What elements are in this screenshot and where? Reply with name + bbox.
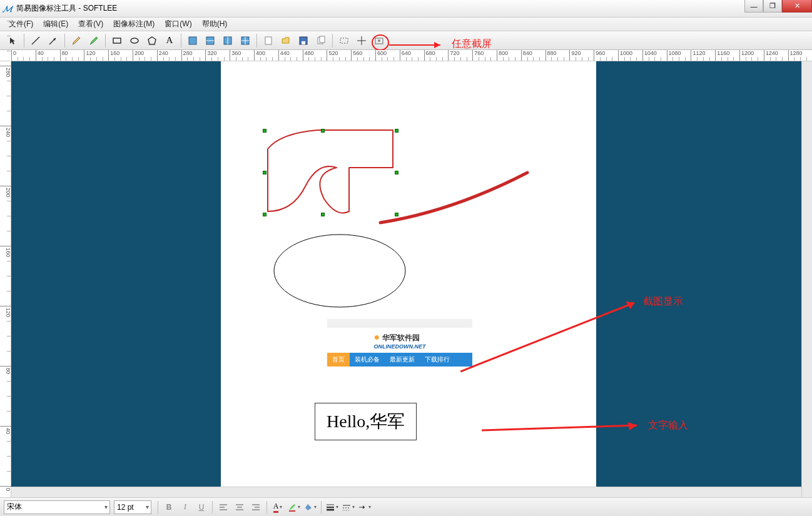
- close-button[interactable]: ✕: [782, 0, 812, 13]
- selection-handle[interactable]: [395, 129, 398, 133]
- menu-view[interactable]: 查看(V): [73, 18, 108, 31]
- screenshot-header: [327, 319, 472, 328]
- selection-handle[interactable]: [263, 129, 266, 133]
- svg-rect-17: [340, 38, 348, 43]
- annotation-label-screenshot: 截图显示: [643, 295, 683, 308]
- title-bar: 𝓜 简易图像标注工具 - SOFTLEE — ❐ ✕: [0, 0, 812, 18]
- vertical-scrollbar[interactable]: [801, 61, 812, 497]
- fill-color-button[interactable]: [303, 500, 318, 514]
- app-icon: 𝓜: [3, 4, 13, 14]
- align-center-button[interactable]: [232, 500, 247, 514]
- align-left-button[interactable]: [216, 500, 231, 514]
- menu-annotation[interactable]: 图像标注(M): [108, 18, 160, 31]
- horizontal-scrollbar[interactable]: [11, 487, 801, 497]
- arrow-style-button[interactable]: [357, 500, 372, 514]
- svg-point-23: [274, 235, 405, 307]
- svg-rect-4: [189, 37, 196, 44]
- font-name-combo[interactable]: 宋体: [4, 500, 110, 514]
- font-size-combo[interactable]: 12 pt: [114, 500, 151, 514]
- svg-rect-14: [302, 41, 305, 44]
- line-tool[interactable]: [28, 33, 44, 48]
- svg-rect-12: [265, 37, 272, 44]
- menu-help[interactable]: 帮助(H): [197, 18, 233, 31]
- annotation-circle: [372, 34, 389, 51]
- open-button[interactable]: [278, 33, 294, 48]
- selection-handle[interactable]: [321, 213, 325, 216]
- drawing-ellipse[interactable]: [271, 230, 409, 311]
- annotation-label-textinput: 文字输入: [648, 419, 688, 432]
- polygon-tool[interactable]: [144, 33, 160, 48]
- selection-handle[interactable]: [263, 213, 266, 216]
- menu-bar: 文件(F) 编辑(E) 查看(V) 图像标注(M) 窗口(W) 帮助(H): [0, 18, 812, 31]
- drawing-brushstroke[interactable]: [377, 168, 534, 230]
- annotation-label-capture: 任意截屏: [452, 38, 492, 51]
- highlighter-tool[interactable]: [86, 33, 102, 48]
- ellipse-tool[interactable]: [126, 33, 143, 48]
- ruler-vertical: 04080120160200240280: [0, 61, 11, 497]
- capture-free-tool[interactable]: [353, 33, 370, 48]
- stamp1-tool[interactable]: [185, 33, 201, 48]
- bold-button[interactable]: B: [161, 500, 176, 514]
- save-button[interactable]: [295, 33, 312, 48]
- maximize-button[interactable]: ❐: [763, 0, 782, 13]
- window-title: 简易图像标注工具 - SOFTLEE: [16, 3, 117, 14]
- ruler-horizontal: 0408012016020024028032036040044048052056…: [0, 50, 812, 61]
- pencil-tool[interactable]: [68, 33, 84, 48]
- text-tool[interactable]: A: [161, 33, 178, 48]
- screenshot-logo: ● 华军软件园 ONLINEDOWN.NET: [327, 328, 472, 353]
- menu-edit[interactable]: 编辑(E): [38, 18, 73, 31]
- svg-rect-35: [289, 510, 295, 512]
- italic-button[interactable]: I: [178, 500, 193, 514]
- text-annotation[interactable]: Hello,华军: [315, 403, 417, 440]
- stamp3-tool[interactable]: [220, 33, 236, 48]
- underline-button[interactable]: U: [194, 500, 209, 514]
- menu-file[interactable]: 文件(F): [4, 18, 38, 31]
- arrow-tool[interactable]: [45, 33, 61, 48]
- highlight-color-button[interactable]: [287, 500, 302, 514]
- selection-handle[interactable]: [321, 129, 325, 133]
- align-right-button[interactable]: [248, 500, 263, 514]
- bottom-toolbar: 宋体 12 pt B I U A: [0, 497, 812, 516]
- stamp4-tool[interactable]: [237, 33, 253, 48]
- capture-region-tool[interactable]: [336, 33, 352, 48]
- rect-tool[interactable]: [109, 33, 125, 48]
- toolbar: A: [0, 31, 812, 50]
- new-button[interactable]: [260, 33, 277, 48]
- canvas-page[interactable]: ● 华军软件园 ONLINEDOWN.NET 首页 装机必备 最新更新 下载排行…: [221, 61, 596, 494]
- selection-handle[interactable]: [263, 171, 266, 175]
- font-color-button[interactable]: A: [270, 500, 285, 514]
- stamp2-tool[interactable]: [202, 33, 218, 48]
- menu-window[interactable]: 窗口(W): [160, 18, 196, 31]
- line-weight-button[interactable]: [325, 500, 340, 514]
- svg-rect-2: [113, 38, 121, 43]
- copy-button[interactable]: [313, 33, 329, 48]
- svg-line-0: [32, 37, 39, 44]
- svg-rect-16: [320, 36, 325, 43]
- pasted-screenshot[interactable]: ● 华军软件园 ONLINEDOWN.NET 首页 装机必备 最新更新 下载排行: [327, 319, 472, 367]
- screenshot-nav: 首页 装机必备 最新更新 下载排行: [327, 353, 472, 367]
- line-style-button[interactable]: [341, 500, 356, 514]
- minimize-button[interactable]: —: [744, 0, 763, 13]
- svg-point-3: [131, 38, 138, 43]
